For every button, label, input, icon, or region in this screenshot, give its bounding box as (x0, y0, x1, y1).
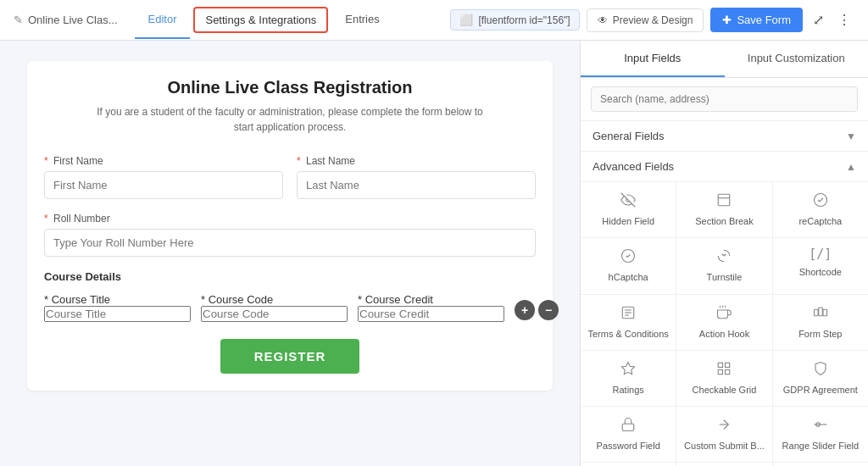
remove-course-row-button[interactable]: − (538, 300, 559, 320)
first-name-input[interactable] (44, 171, 283, 199)
advanced-fields-header[interactable]: Advanced Fields ▲ (581, 152, 868, 182)
last-name-label: * Last Name (297, 155, 536, 167)
form-id-icon: ⬜ (459, 14, 473, 26)
ratings-label: Ratings (613, 384, 644, 396)
field-net-promoter-score[interactable]: Net Promoter Score (581, 463, 676, 466)
panel-body: General Fields ▼ Advanced Fields ▲ Hidde… (581, 121, 868, 466)
custom-submit-label: Custom Submit B... (684, 440, 765, 452)
preview-label: Preview & Design (613, 14, 693, 26)
password-field-label: Password Field (597, 440, 660, 452)
form-description: If you are a student of the faculty or a… (86, 104, 493, 135)
field-hcaptcha[interactable]: hCaptcha (581, 238, 676, 293)
svg-rect-12 (823, 309, 827, 316)
course-title-field: * Course Title (44, 293, 191, 322)
form-id-text: [fluentform id="156"] (478, 14, 570, 26)
general-fields-chevron: ▼ (846, 130, 856, 142)
field-ratings[interactable]: Ratings (581, 351, 676, 406)
checkable-grid-icon (716, 361, 732, 379)
svg-rect-17 (726, 369, 730, 374)
preview-icon: 👁 (598, 14, 608, 26)
field-terms-conditions[interactable]: Terms & Conditions (581, 295, 676, 350)
last-name-field: * Last Name (297, 155, 536, 199)
tab-input-fields[interactable]: Input Fields (581, 41, 725, 77)
svg-rect-15 (726, 363, 730, 367)
field-form-step[interactable]: Form Step (773, 295, 868, 350)
form-title: Online Live Class Registration (44, 78, 536, 97)
field-gdpr-agreement[interactable]: GDPR Agreement (773, 351, 868, 406)
course-code-input[interactable] (201, 306, 348, 322)
course-credit-field: * Course Credit (358, 293, 504, 322)
field-action-hook[interactable]: Action Hook (676, 295, 771, 350)
nav-left: ✎ Online Live Clas... Editor Settings & … (14, 1, 393, 39)
form-editor-area: Online Live Class Registration If you ar… (0, 41, 580, 466)
field-chained-select[interactable]: Chained Select Fi... (676, 463, 771, 466)
svg-rect-11 (819, 308, 823, 316)
course-credit-label: * Course Credit (358, 293, 433, 306)
course-code-field: * Course Code (201, 293, 348, 322)
form-id-badge[interactable]: ⬜ [fluentform id="156"] (450, 9, 579, 31)
course-title-input[interactable] (44, 306, 191, 322)
field-custom-submit[interactable]: Custom Submit B... (676, 407, 771, 462)
save-label: Save Form (737, 14, 791, 26)
tab-input-customization[interactable]: Input Customization (725, 41, 869, 77)
main-content: Online Live Class Registration If you ar… (0, 41, 868, 466)
action-hook-icon (716, 305, 732, 323)
save-form-button[interactable]: ✚ Save Form (710, 8, 803, 32)
save-icon: ✚ (722, 14, 732, 26)
checkable-grid-label: Checkable Grid (693, 384, 757, 396)
tab-settings[interactable]: Settings & Integrations (193, 7, 328, 33)
svg-rect-10 (814, 309, 818, 316)
field-section-break[interactable]: Section Break (676, 182, 771, 237)
top-navigation: ✎ Online Live Clas... Editor Settings & … (0, 0, 868, 41)
breadcrumb: ✎ Online Live Clas... (14, 14, 118, 26)
svg-rect-1 (719, 194, 731, 206)
field-range-slider[interactable]: Range Slider Field (773, 407, 868, 462)
register-button-wrap: REGISTER (44, 339, 536, 374)
preview-design-button[interactable]: 👁 Preview & Design (587, 8, 704, 32)
register-button[interactable]: REGISTER (220, 339, 360, 374)
password-field-icon (620, 417, 636, 435)
general-fields-label: General Fields (593, 130, 665, 142)
field-recaptcha[interactable]: reCaptcha (773, 182, 868, 237)
expand-button[interactable]: ⤢ (810, 8, 827, 31)
form-preview: Online Live Class Registration If you ar… (27, 61, 553, 391)
hcaptcha-label: hCaptcha (609, 271, 648, 283)
turnstile-label: Turnstile (707, 271, 743, 283)
add-course-row-button[interactable]: + (515, 300, 535, 320)
roll-number-input[interactable] (44, 229, 536, 257)
panel-search-input[interactable] (591, 86, 858, 112)
hidden-field-icon (620, 192, 636, 210)
range-slider-label: Range Slider Field (782, 440, 860, 452)
field-password-field[interactable]: Password Field (581, 407, 676, 462)
field-hidden-field[interactable]: Hidden Field (581, 182, 676, 237)
field-checkable-grid[interactable]: Checkable Grid (676, 351, 771, 406)
shortcode-icon: [/] (809, 248, 832, 261)
course-section-label: Course Details (44, 270, 536, 283)
field-shortcode[interactable]: [/] Shortcode (773, 238, 868, 293)
svg-marker-13 (622, 362, 635, 374)
turnstile-icon (716, 248, 732, 266)
tab-entries[interactable]: Entries (331, 1, 392, 39)
terms-conditions-icon (620, 305, 636, 323)
custom-submit-icon (716, 417, 732, 435)
roll-number-row: * Roll Number (44, 213, 536, 257)
panel-search-area (581, 78, 868, 121)
gdpr-agreement-icon (813, 361, 828, 379)
section-break-label: Section Break (695, 215, 753, 227)
field-color-picker[interactable]: Color Picker Field (773, 463, 868, 466)
tab-editor[interactable]: Editor (135, 1, 191, 39)
course-credit-input[interactable] (358, 306, 504, 322)
advanced-fields-label: Advanced Fields (593, 160, 674, 173)
section-break-icon (716, 192, 732, 210)
course-code-label: * Course Code (201, 293, 273, 306)
course-row: * Course Title * Course Code (44, 293, 536, 322)
first-name-field: * First Name (44, 155, 283, 199)
nav-right: ⬜ [fluentform id="156"] 👁 Preview & Desi… (450, 8, 854, 32)
form-step-label: Form Step (798, 328, 842, 340)
field-turnstile[interactable]: Turnstile (676, 238, 771, 293)
more-options-button[interactable]: ⋮ (834, 8, 854, 31)
recaptcha-label: reCaptcha (798, 215, 842, 227)
last-name-input[interactable] (297, 171, 536, 199)
general-fields-header[interactable]: General Fields ▼ (581, 121, 868, 152)
ratings-icon (620, 361, 636, 379)
